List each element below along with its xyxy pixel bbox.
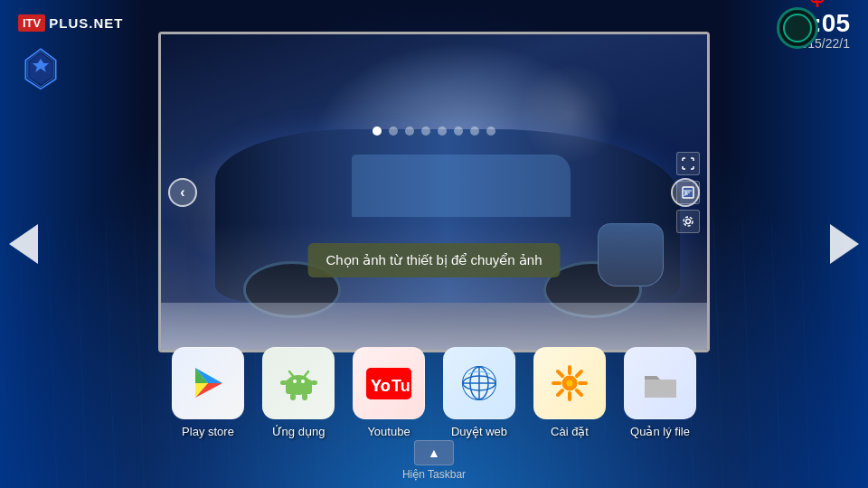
settings-icon	[533, 347, 606, 419]
circle-button[interactable]	[777, 7, 818, 49]
app-playstore[interactable]: Play store	[167, 347, 249, 438]
logo-diamond	[18, 45, 63, 90]
svg-point-16	[293, 380, 297, 383]
svg-line-40	[558, 390, 562, 395]
dot-3[interactable]	[405, 127, 414, 136]
app-settings[interactable]: Cài đặt	[529, 347, 610, 438]
settings-gear-button[interactable]	[676, 210, 700, 233]
dot-2[interactable]	[389, 127, 398, 136]
svg-point-43	[566, 380, 572, 386]
right-arrow-icon	[830, 224, 859, 264]
logo-plus: PLUS.NET	[49, 15, 123, 31]
slideshow-settings-button[interactable]	[676, 181, 700, 204]
wifi-icon	[808, 0, 826, 9]
svg-line-41	[577, 371, 581, 376]
slideshow-dots	[373, 127, 495, 136]
settings-label: Cài đặt	[551, 425, 589, 438]
android-label: Ứng dụng	[272, 425, 326, 438]
youtube-label: Youtube	[367, 425, 410, 438]
dot-7[interactable]	[470, 127, 479, 136]
svg-rect-18	[290, 393, 296, 400]
slideshow: ‹ › Chọn ảnh từ thiết bị để chuyển ảnh	[158, 32, 710, 352]
slideshow-controls	[676, 152, 700, 233]
dot-4[interactable]	[421, 127, 430, 136]
svg-point-0	[816, 5, 819, 7]
svg-text:Tube: Tube	[392, 377, 411, 395]
left-arrow-icon	[9, 224, 38, 264]
dot-6[interactable]	[454, 127, 463, 136]
apps-grid: Play store Ứng dụn	[167, 347, 701, 438]
taskbar-button[interactable]: ▲ Hiện Taskbar	[402, 440, 466, 481]
svg-point-5	[686, 219, 691, 223]
svg-rect-20	[280, 380, 287, 385]
filemanager-label: Quản lý file	[630, 425, 690, 438]
logo-itv: ITV	[18, 14, 45, 32]
playstore-icon	[172, 347, 244, 419]
svg-point-6	[684, 217, 693, 226]
svg-line-14	[289, 371, 293, 376]
svg-line-15	[305, 371, 308, 376]
dot-1[interactable]	[373, 127, 382, 136]
app-youtube[interactable]: You You Tube Youtube	[348, 347, 429, 438]
svg-rect-21	[311, 380, 317, 385]
dot-8[interactable]	[486, 127, 495, 136]
dot-5[interactable]	[438, 127, 447, 136]
circle-inner	[783, 14, 812, 42]
youtube-icon: You You Tube	[353, 347, 425, 419]
slideshow-overlay-text: Chọn ảnh từ thiết bị để chuyển ảnh	[308, 243, 561, 277]
app-android[interactable]: Ứng dụng	[258, 347, 339, 438]
svg-line-38	[558, 371, 562, 376]
nav-left-button[interactable]	[9, 224, 38, 264]
taskbar-icon: ▲	[414, 440, 454, 465]
filemanager-icon	[624, 347, 696, 419]
fullscreen-button[interactable]	[676, 152, 700, 175]
taskbar-label: Hiện Taskbar	[402, 468, 466, 481]
browser-icon	[443, 347, 515, 419]
nav-right-button[interactable]	[830, 224, 859, 264]
logo: ITV PLUS.NET	[18, 14, 123, 32]
playstore-label: Play store	[182, 425, 234, 438]
header: ITV PLUS.NET 20:05 2015/22/1	[0, 0, 868, 45]
svg-rect-19	[302, 393, 307, 400]
app-filemanager[interactable]: Quản lý file	[619, 347, 701, 438]
svg-point-17	[301, 380, 305, 383]
svg-rect-13	[286, 380, 312, 394]
svg-line-39	[577, 390, 581, 395]
app-browser[interactable]: Duyệt web	[439, 347, 520, 438]
slideshow-image	[161, 34, 707, 350]
slideshow-prev-button[interactable]: ‹	[168, 178, 197, 207]
android-icon	[262, 347, 335, 419]
browser-label: Duyệt web	[451, 425, 507, 438]
